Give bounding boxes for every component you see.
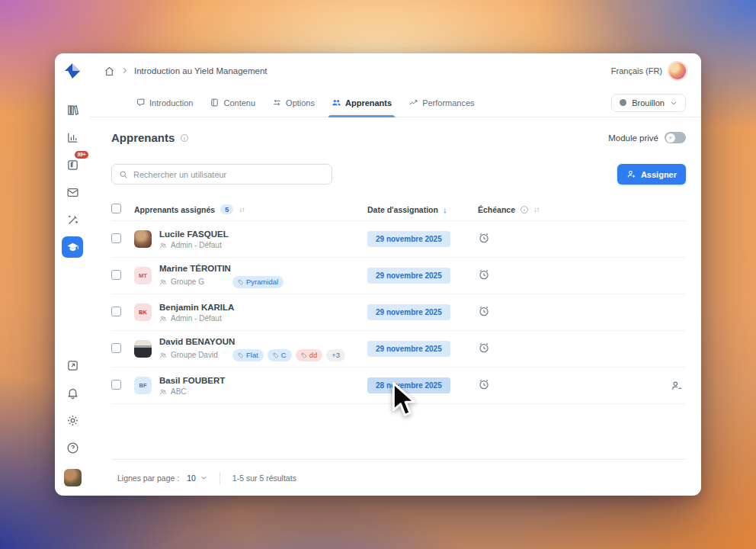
trend-icon xyxy=(408,98,418,108)
row-checkbox[interactable] xyxy=(111,307,121,316)
status-dropdown[interactable]: Brouillon xyxy=(611,94,686,112)
home-icon[interactable] xyxy=(104,66,115,77)
arrows-swap-icon xyxy=(272,98,282,108)
user-name: Benjamin KARILA xyxy=(159,302,234,313)
alarm-icon[interactable] xyxy=(478,342,490,354)
bell-icon xyxy=(66,387,79,400)
tab-apprenants[interactable]: Apprenants xyxy=(332,88,392,117)
alarm-icon[interactable] xyxy=(478,305,490,317)
sidebar-item-settings[interactable] xyxy=(62,409,83,431)
info-icon[interactable] xyxy=(180,133,189,143)
user-group: Groupe David xyxy=(171,351,219,359)
rows-per-page-value: 10 xyxy=(187,474,196,483)
table-row[interactable]: BK Benjamin KARILA Admin - Défaut 29 nov… xyxy=(111,294,686,331)
row-checkbox[interactable] xyxy=(111,343,121,353)
tab-introduction[interactable]: Introduction xyxy=(136,88,193,117)
assignment-date-chip[interactable]: 28 novembre 2025 xyxy=(367,377,450,393)
sidebar-item-mail[interactable] xyxy=(62,181,83,203)
row-checkbox[interactable] xyxy=(111,270,121,280)
avatar xyxy=(134,230,152,248)
content: Apprenants Module privé × Assigner xyxy=(90,117,701,496)
alarm-icon[interactable] xyxy=(478,378,490,390)
results-count: 1-5 sur 5 résultats xyxy=(232,474,296,483)
person-minus-icon[interactable] xyxy=(671,380,683,392)
help-icon xyxy=(66,441,79,454)
row-checkbox[interactable] xyxy=(111,233,121,243)
search-input[interactable] xyxy=(133,170,325,179)
alarm-icon[interactable] xyxy=(478,268,490,281)
sidebar-item-help[interactable] xyxy=(62,437,83,458)
table-header-row: Apprenants assignés 5 ↓↑ Date d'assignat… xyxy=(111,198,686,221)
chat-icon xyxy=(136,98,146,108)
sort-due-icon[interactable]: ↓↑ xyxy=(533,205,540,214)
tab-label: Apprenants xyxy=(345,98,392,108)
user-name: Lucile FASQUEL xyxy=(159,229,229,239)
group-icon xyxy=(159,315,167,323)
people-icon xyxy=(332,98,341,108)
tag-label: C xyxy=(281,351,287,359)
table-row[interactable]: MT Marine TÉROITIN Groupe G Pyramidal xyxy=(111,258,686,294)
col-due-label: Échéance xyxy=(478,205,515,214)
tag[interactable]: Pyramidal xyxy=(232,276,284,288)
notification-badge: 99+ xyxy=(75,151,88,159)
assignment-date-chip[interactable]: 29 novembre 2025 xyxy=(367,268,450,284)
tag-icon xyxy=(301,352,307,358)
group-icon xyxy=(159,388,167,396)
sidebar-item-courses[interactable] xyxy=(62,236,83,258)
assignment-date-chip[interactable]: 29 novembre 2025 xyxy=(367,231,450,247)
tab-performances[interactable]: Performances xyxy=(408,88,474,117)
tag[interactable]: Flat xyxy=(232,349,264,361)
tag-label: dd xyxy=(309,351,318,359)
tag[interactable]: dd xyxy=(296,349,323,361)
book-icon xyxy=(210,98,219,108)
user-group: Admin - Défaut xyxy=(171,241,222,249)
sort-learners-icon[interactable]: ↓↑ xyxy=(239,205,245,214)
table-row[interactable]: BF Basil FOUBERT ABC 28 novembre 2025 xyxy=(111,368,686,404)
sidebar-item-magic[interactable] xyxy=(62,209,83,230)
tab-contenu[interactable]: Contenu xyxy=(210,88,255,117)
avatar: BK xyxy=(134,303,152,321)
tag[interactable]: C xyxy=(267,349,292,361)
table-row[interactable]: David BENAYOUN Groupe David Flat xyxy=(111,331,686,368)
search-icon xyxy=(119,170,128,179)
alarm-icon[interactable] xyxy=(478,232,490,244)
row-checkbox[interactable] xyxy=(111,380,121,390)
gear-icon xyxy=(66,414,79,427)
select-all-checkbox[interactable] xyxy=(111,204,121,214)
rows-per-page-select[interactable]: 10 xyxy=(187,474,207,483)
person-plus-icon xyxy=(626,169,636,179)
magic-wand-icon xyxy=(66,214,79,226)
tag-icon xyxy=(238,352,244,358)
sidebar-item-library[interactable] xyxy=(62,99,83,120)
tag-label: Flat xyxy=(246,351,258,359)
tag-label: Pyramidal xyxy=(246,278,278,286)
main-area: Introduction au Yield Management Françai… xyxy=(90,53,701,496)
group-icon xyxy=(159,352,167,359)
sort-date-desc-icon[interactable]: ↓ xyxy=(443,205,447,214)
assignment-date-chip[interactable]: 29 novembre 2025 xyxy=(367,304,450,320)
user-group: ABC xyxy=(171,387,219,396)
app-logo-icon[interactable] xyxy=(62,61,82,81)
bar-chart-icon xyxy=(66,131,79,144)
tab-options[interactable]: Options xyxy=(272,88,315,117)
language-label[interactable]: Français (FR) xyxy=(611,66,662,75)
tag-overflow[interactable]: +3 xyxy=(326,349,345,361)
tab-label: Contenu xyxy=(223,98,255,108)
profile-avatar[interactable] xyxy=(669,63,686,79)
due-info-icon[interactable] xyxy=(520,205,529,214)
user-avatar[interactable] xyxy=(64,469,82,486)
group-icon xyxy=(159,242,167,249)
assignment-date-chip[interactable]: 29 novembre 2025 xyxy=(367,341,450,357)
sidebar-item-external[interactable] xyxy=(62,355,83,376)
assign-button[interactable]: Assigner xyxy=(617,164,686,185)
table-row[interactable]: Lucile FASQUEL Admin - Défaut 29 novembr… xyxy=(111,221,686,258)
user-name: Marine TÉROITIN xyxy=(159,263,284,274)
tab-label: Introduction xyxy=(149,98,193,108)
sidebar-item-forum[interactable]: 99+ xyxy=(62,154,83,175)
sidebar-item-stats[interactable] xyxy=(62,127,83,148)
module-prive-toggle[interactable]: × xyxy=(665,132,686,143)
sidebar-item-notifications[interactable] xyxy=(62,382,83,403)
page-title: Apprenants xyxy=(111,131,175,144)
tag-label: +3 xyxy=(332,351,340,359)
user-name: David BENAYOUN xyxy=(159,336,345,347)
